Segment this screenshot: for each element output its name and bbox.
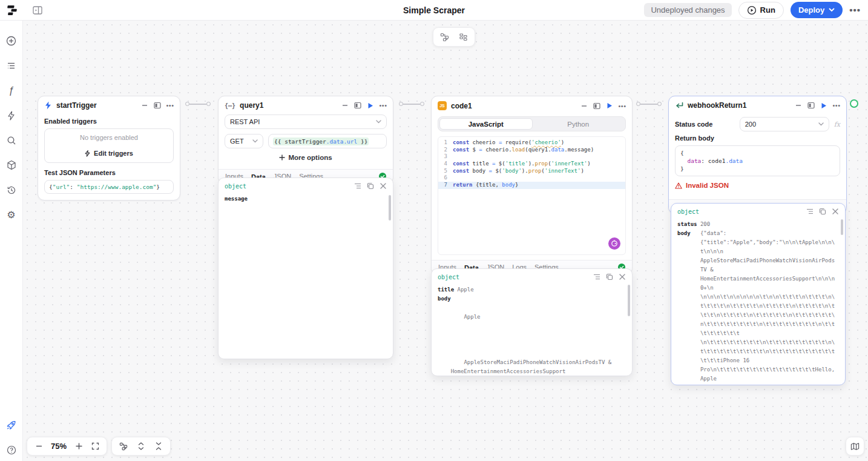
data-row: body {"data": {"title":"Apple","body":"\…: [677, 229, 838, 385]
workflow-canvas[interactable]: startTrigger ••• Enabled triggers No tri…: [23, 21, 868, 461]
collapse-all-icon[interactable]: [154, 442, 163, 451]
zoom-controls: 75%: [27, 437, 107, 456]
history-icon[interactable]: [6, 185, 16, 195]
rocket-icon[interactable]: [6, 420, 16, 430]
ai-assistant-button[interactable]: [608, 237, 620, 250]
panel-type-label: object: [225, 183, 246, 190]
panel-toggle-icon[interactable]: [32, 5, 43, 16]
minimize-icon[interactable]: [795, 102, 802, 109]
edit-zap-icon: [85, 150, 90, 157]
node-title: webhookReturn1: [688, 101, 746, 110]
node-more-icon[interactable]: •••: [619, 102, 626, 110]
return-arrow-icon: [675, 102, 683, 109]
webhook-output-panel: object status 200 body {"data": {"title"…: [671, 203, 846, 385]
output-port[interactable]: [850, 99, 858, 108]
fit-view-icon[interactable]: [91, 442, 99, 451]
zap-icon[interactable]: [6, 110, 16, 121]
scrollbar[interactable]: [841, 219, 843, 235]
undeployed-changes-badge: Undeployed changes: [644, 3, 731, 17]
no-triggers-text: No triggers enabled: [45, 129, 173, 145]
connector: [399, 102, 424, 106]
lang-tab-javascript[interactable]: JavaScript: [439, 118, 533, 130]
expand-all-icon[interactable]: [137, 442, 145, 451]
node-query1[interactable]: {⋯} query1 ••• REST API GET {{ startTri: [218, 96, 393, 184]
scrollbar[interactable]: [628, 285, 630, 316]
test-json-input[interactable]: {"url": "https://www.apple.com"}: [44, 180, 174, 194]
node-start-trigger[interactable]: startTrigger ••• Enabled triggers No tri…: [38, 96, 180, 201]
scrollbar[interactable]: [389, 195, 391, 221]
zoom-level[interactable]: 75%: [51, 442, 67, 451]
node-more-icon[interactable]: •••: [166, 102, 174, 109]
enabled-triggers-label: Enabled triggers: [44, 118, 174, 125]
more-options-icon[interactable]: •••: [849, 5, 861, 15]
javascript-icon: JS: [438, 101, 447, 110]
lang-tab-python[interactable]: Python: [533, 118, 625, 130]
status-code-select[interactable]: 200: [740, 117, 829, 131]
run-button[interactable]: Run: [738, 2, 784, 19]
warning-triangle-icon: [675, 182, 682, 189]
deploy-button[interactable]: Deploy: [791, 2, 843, 18]
list-icon[interactable]: [6, 61, 16, 71]
panel-type-label: object: [438, 274, 459, 280]
tree-view-icon[interactable]: [593, 273, 600, 280]
connector: [636, 102, 662, 106]
copy-icon[interactable]: [606, 273, 613, 280]
run-node-icon[interactable]: [820, 102, 827, 109]
left-sidebar: ƒ ⚙: [0, 21, 23, 461]
chevron-down-icon: [376, 120, 381, 124]
chevron-down-icon: [252, 139, 258, 143]
function-icon[interactable]: ƒ: [6, 85, 16, 96]
return-body-input[interactable]: { data: code1.data }: [675, 145, 840, 176]
method-select[interactable]: GET: [225, 134, 263, 148]
node-webhook-return1[interactable]: webhookReturn1 ••• Status code 200 fx Re…: [668, 96, 847, 214]
canvas-toolbar: [433, 27, 475, 47]
node-more-icon[interactable]: •••: [380, 102, 387, 109]
language-toggle: JavaScript Python: [438, 116, 626, 131]
close-icon[interactable]: [832, 208, 839, 215]
tree-view-icon[interactable]: [354, 182, 361, 190]
app-logo-icon[interactable]: [5, 4, 19, 16]
url-input[interactable]: {{ startTrigger.data.url }}: [268, 134, 387, 148]
more-options-button[interactable]: More options: [225, 148, 387, 163]
invalid-json-error: Invalid JSON: [675, 182, 840, 189]
fx-expression-icon[interactable]: fx: [834, 121, 840, 128]
copy-icon[interactable]: [367, 182, 374, 190]
minimap-button[interactable]: [846, 437, 864, 456]
zoom-out-icon[interactable]: [35, 442, 43, 451]
run-node-icon[interactable]: [606, 102, 613, 110]
minimize-icon[interactable]: [341, 102, 349, 109]
auto-layout-icon[interactable]: [119, 442, 128, 451]
open-panel-icon[interactable]: [807, 102, 815, 109]
open-panel-icon[interactable]: [593, 102, 600, 110]
package-icon[interactable]: [6, 160, 16, 170]
tree-view-icon[interactable]: [806, 208, 814, 215]
node-code1[interactable]: JS code1 ••• JavaScript Python 1const ch…: [431, 96, 633, 274]
open-panel-icon[interactable]: [354, 102, 361, 109]
edit-triggers-button[interactable]: Edit triggers: [45, 145, 173, 162]
code-editor[interactable]: 1const cheerio = require('cheerio')2cons…: [438, 136, 626, 255]
code1-output-panel: object title Apple body Apple AppleStore…: [431, 268, 633, 376]
open-panel-icon[interactable]: [154, 102, 161, 109]
minimize-icon[interactable]: [141, 102, 148, 109]
workflow-view-icon[interactable]: [440, 33, 449, 42]
api-type-select[interactable]: REST API: [225, 114, 387, 129]
top-bar: Simple Scraper Undeployed changes Run De…: [0, 0, 868, 21]
zoom-in-icon[interactable]: [74, 442, 83, 451]
play-circle-icon: [747, 5, 757, 15]
minimize-icon[interactable]: [580, 102, 588, 110]
search-icon[interactable]: [6, 135, 16, 145]
braces-icon: {⋯}: [225, 102, 235, 109]
help-icon[interactable]: [6, 445, 16, 455]
node-header: JS code1 •••: [432, 96, 632, 114]
close-icon[interactable]: [380, 182, 387, 190]
node-more-icon[interactable]: •••: [833, 102, 840, 109]
table-view-icon[interactable]: [459, 33, 468, 42]
settings-gear-icon[interactable]: ⚙: [6, 210, 16, 220]
code-editor-lines: 1const cheerio = require('cheerio')2cons…: [438, 139, 625, 189]
copy-icon[interactable]: [819, 208, 826, 215]
data-row: title Apple: [438, 285, 625, 294]
close-icon[interactable]: [619, 273, 626, 280]
chevron-down-icon: [829, 8, 835, 12]
add-circle-icon[interactable]: [6, 36, 16, 46]
run-node-icon[interactable]: [367, 102, 374, 109]
